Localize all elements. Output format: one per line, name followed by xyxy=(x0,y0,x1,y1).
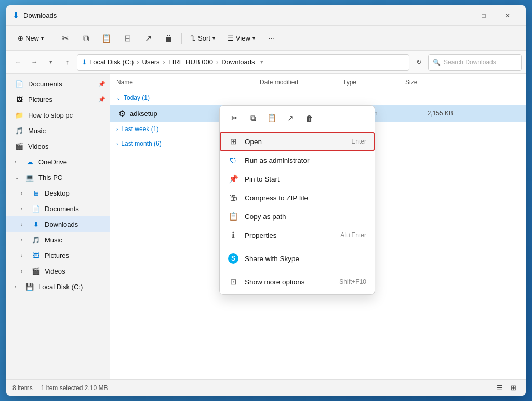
cm-copypath-item[interactable]: 📋 Copy as path xyxy=(220,207,375,226)
videos2-icon: 🎬 xyxy=(31,267,41,275)
toolbar: ⊕ New ▾ ✂ ⧉ 📋 ⊟ ↗ 🗑 ⇅ Sort ▾ ☰ View ▾ ··… xyxy=(6,26,526,51)
sidebar-item-pictures2[interactable]: › 🖼 Pictures xyxy=(6,248,110,263)
status-bar: 8 items 1 item selected 2.10 MB ☰ ⊞ xyxy=(6,379,526,396)
recent-button[interactable]: ▾ xyxy=(44,55,58,70)
address-users: Users xyxy=(142,58,160,66)
downloads-chevron: › xyxy=(21,222,27,227)
sidebar-label-videos: Videos xyxy=(28,143,49,150)
sidebar-item-howto[interactable]: 📁 How to stop pc xyxy=(6,107,110,123)
view-toggle: ☰ ⊞ xyxy=(494,382,520,394)
sidebar-item-videos2[interactable]: › 🎬 Videos xyxy=(6,263,110,279)
maximize-button[interactable]: □ xyxy=(472,7,496,24)
cm-cut-button[interactable]: ✂ xyxy=(226,111,243,125)
sidebar-label-pictures: Pictures xyxy=(28,96,52,104)
col-header-name: Name xyxy=(110,79,256,86)
col-header-size: Size xyxy=(401,79,453,86)
file-explorer-window: ⬇ Downloads — □ ✕ ⊕ New ▾ ✂ ⧉ 📋 ⊟ ↗ 🗑 ⇅ … xyxy=(6,5,526,396)
delete-button[interactable]: 🗑 xyxy=(159,30,178,47)
main-content: Name Date modified Type Size ⌄ Today (1)… xyxy=(110,74,526,379)
sort-icon: ⇅ xyxy=(190,34,196,42)
address-bar-row: ← → ▾ ↑ ⬇ Local Disk (C:) › Users › FIRE… xyxy=(6,51,526,74)
title-bar: ⬇ Downloads — □ ✕ xyxy=(6,5,526,26)
search-icon: 🔍 xyxy=(433,59,441,66)
cm-copy-button[interactable]: ⧉ xyxy=(245,111,261,125)
sep1 xyxy=(52,33,52,44)
sep-c: › xyxy=(216,58,218,66)
more-button[interactable]: ··· xyxy=(262,30,281,47)
sidebar-item-thispc[interactable]: ⌄ 💻 This PC xyxy=(6,170,110,185)
up-button[interactable]: ↑ xyxy=(60,55,75,70)
sidebar-item-onedrive[interactable]: › ☁ OneDrive xyxy=(6,154,110,170)
cm-copypath-label: Copy as path xyxy=(245,213,366,221)
sidebar-label-thispc: This PC xyxy=(38,174,62,182)
cm-delete-button[interactable]: 🗑 xyxy=(301,111,317,125)
address-local: Local Disk (C:) xyxy=(89,58,134,66)
desktop-chevron: › xyxy=(21,190,27,196)
pictures2-icon: 🖼 xyxy=(31,252,41,260)
cm-pinstart-item[interactable]: 📌 Pin to Start xyxy=(220,170,375,188)
lastweek-chevron: › xyxy=(116,126,118,132)
forward-button[interactable]: → xyxy=(27,55,42,70)
sidebar-label-localdisk: Local Disk (C:) xyxy=(38,283,83,291)
copy-button[interactable]: ⧉ xyxy=(76,30,95,47)
view-label: View xyxy=(236,34,250,42)
paste-button[interactable]: 📋 xyxy=(97,30,116,47)
thispc-icon: 💻 xyxy=(25,174,34,182)
cm-compress-icon: 🗜 xyxy=(228,193,238,202)
list-view-button[interactable]: ☰ xyxy=(494,382,506,394)
section-today[interactable]: ⌄ Today (1) xyxy=(110,90,526,105)
localdisk-icon: 💾 xyxy=(25,283,34,291)
search-box[interactable]: 🔍 Search Downloads xyxy=(428,54,522,71)
share-button[interactable]: ↗ xyxy=(139,30,157,47)
cm-compress-label: Compress to ZIP file xyxy=(245,194,366,202)
sidebar-item-music2[interactable]: › 🎵 Music xyxy=(6,232,110,248)
sidebar-label-pictures2: Pictures xyxy=(45,252,69,260)
close-button[interactable]: ✕ xyxy=(496,7,520,24)
sidebar-label-videos2: Videos xyxy=(45,267,65,275)
address-bar[interactable]: ⬇ Local Disk (C:) › Users › FIRE HUB 000… xyxy=(77,54,409,71)
cm-moreoptions-item[interactable]: ⊡ Show more options Shift+F10 xyxy=(220,273,375,291)
sort-button[interactable]: ⇅ Sort ▾ xyxy=(185,32,220,44)
view-icon: ☰ xyxy=(228,34,234,42)
cm-paste-button[interactable]: 📋 xyxy=(263,111,280,125)
sidebar-item-videos[interactable]: 🎬 Videos xyxy=(6,138,110,154)
sidebar-item-documents[interactable]: 📄 Documents 📌 xyxy=(6,76,110,92)
back-button[interactable]: ← xyxy=(10,55,25,70)
desktop-icon: 🖥 xyxy=(31,189,41,197)
sidebar-item-documents2[interactable]: › 📄 Documents xyxy=(6,201,110,216)
refresh-button[interactable]: ↻ xyxy=(411,55,426,70)
cm-compress-item[interactable]: 🗜 Compress to ZIP file xyxy=(220,188,375,207)
status-selected: 1 item selected 2.10 MB xyxy=(41,384,108,392)
sidebar-label-downloads: Downloads xyxy=(45,221,78,228)
sidebar-item-downloads[interactable]: › ⬇ Downloads xyxy=(6,216,110,232)
music-icon: 🎵 xyxy=(15,127,24,135)
sidebar-label-onedrive: OneDrive xyxy=(38,158,67,166)
cm-share-button[interactable]: ↗ xyxy=(282,111,299,125)
videos2-chevron: › xyxy=(21,268,27,274)
docs2-icon: 📄 xyxy=(31,205,41,213)
cm-open-item[interactable]: ⊞ Open Enter xyxy=(220,132,375,151)
sidebar-item-music[interactable]: 🎵 Music xyxy=(6,123,110,138)
address-folder: Downloads xyxy=(221,58,255,66)
cm-properties-icon: ℹ xyxy=(228,230,238,240)
cm-runadmin-label: Run as administrator xyxy=(245,157,366,164)
cm-skype-icon: S xyxy=(228,253,238,264)
sidebar-label-music: Music xyxy=(28,127,46,135)
minimize-button[interactable]: — xyxy=(448,7,472,24)
new-button[interactable]: ⊕ New ▾ xyxy=(12,32,49,44)
rename-button[interactable]: ⊟ xyxy=(118,30,137,47)
sidebar-item-pictures[interactable]: 🖼 Pictures 📌 xyxy=(6,92,110,107)
status-items: 8 items xyxy=(12,384,33,392)
grid-view-button[interactable]: ⊞ xyxy=(507,382,520,394)
cm-properties-item[interactable]: ℹ Properties Alt+Enter xyxy=(220,226,375,244)
content-area: 📄 Documents 📌 🖼 Pictures 📌 📁 How to stop… xyxy=(6,74,526,379)
howto-icon: 📁 xyxy=(15,111,24,119)
sidebar-label-documents: Documents xyxy=(28,80,62,88)
view-button[interactable]: ☰ View ▾ xyxy=(222,32,260,44)
cm-skype-item[interactable]: S Share with Skype xyxy=(220,249,375,268)
pictures-icon: 🖼 xyxy=(15,96,24,104)
cm-runadmin-item[interactable]: 🛡 Run as administrator xyxy=(220,151,375,170)
cut-button[interactable]: ✂ xyxy=(56,30,74,47)
sidebar-item-localdisk[interactable]: › 💾 Local Disk (C:) xyxy=(6,279,110,294)
sidebar-item-desktop[interactable]: › 🖥 Desktop xyxy=(6,185,110,201)
